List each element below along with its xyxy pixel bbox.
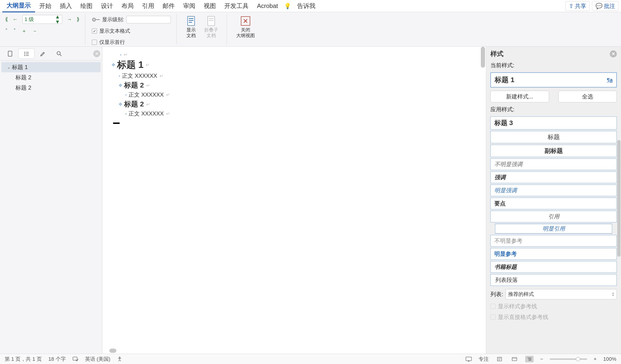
tab-mailings[interactable]: 邮件 [158,0,179,12]
tab-draw[interactable]: 绘图 [76,0,97,12]
zoom-value[interactable]: 100% [603,356,616,362]
document-canvas[interactable]: ● ↵ ✥ 标题 1 ↵ ● 正文 XXXXXX ↵ ✥ 标题 2 ↵ ● 正文… [102,47,486,354]
outline-line[interactable]: ● 正文 XXXXXX ↵ [125,91,477,99]
accessibility-icon[interactable] [117,356,122,362]
style-item[interactable]: 不明显参考 [490,235,617,247]
status-focus[interactable]: 专注 [479,356,489,363]
nav-close-button[interactable]: ✕ [93,50,100,57]
tab-outline[interactable]: 大纲显示 [2,0,35,12]
style-item[interactable]: 标题 3 [490,116,617,129]
nav-tab-thumbnails[interactable] [2,48,18,59]
share-button[interactable]: ⇪ 共享 [565,1,590,11]
nav-tab-headings[interactable] [18,48,34,59]
display-settings-icon[interactable] [466,357,472,362]
outline-line[interactable]: ✥ 标题 1 ↵ [112,58,477,72]
tab-home[interactable]: 开始 [35,0,56,12]
scrollbar-thumb[interactable] [109,348,116,353]
tell-me[interactable]: 告诉我 [293,0,320,12]
style-item[interactable]: 列表段落 [490,274,617,286]
close-outline-button[interactable]: ✕ 关闭 大纲视图 [233,15,258,39]
style-item[interactable]: 副标题 [490,145,617,157]
stepper-icon[interactable]: ▲▼ [55,14,60,25]
style-item[interactable]: 明显引用 [495,224,612,234]
styles-close-button[interactable]: ✕ [610,50,617,57]
outline-text[interactable]: 正文 XXXXXX [128,110,164,117]
nav-tab-edit[interactable] [34,48,51,59]
tab-references[interactable]: 引用 [138,0,158,12]
style-item[interactable]: 标题 [490,131,617,143]
checkbox-first-line-only[interactable] [92,40,97,45]
grip-icon[interactable]: ✥ [112,62,115,67]
chevron-down-icon[interactable]: ⌄ [7,65,11,70]
status-words[interactable]: 18 个字 [48,356,66,363]
outline-text[interactable]: 标题 2 [124,99,144,109]
style-item[interactable]: 书籍标题 [490,261,617,273]
tab-design[interactable]: 设计 [97,0,117,12]
move-up-icon[interactable]: ˄ [5,28,8,34]
zoom-knob[interactable] [576,357,580,361]
nav-tab-search[interactable] [51,48,67,59]
outline-line[interactable]: ✥ 标题 2 ↵ [119,80,477,91]
nav-item-h1[interactable]: ⌄ 标题 1 [1,62,101,72]
demote-to-body-icon[interactable]: ⟫ [77,16,79,22]
show-style-guides-row[interactable]: 显示样式参考线 [490,303,617,310]
outline-line[interactable]: ● 正文 XXXXXX ↵ [125,110,477,118]
tab-acrobat[interactable]: Acrobat [253,0,282,11]
view-outline[interactable] [525,356,534,362]
comments-button[interactable]: 💬 批注 [592,1,619,11]
show-text-format-row[interactable]: 显示文本格式 [92,27,171,35]
collapse-icon[interactable]: － [32,28,37,34]
select-all-button[interactable]: 全选 [558,91,617,102]
new-style-button[interactable]: 新建样式... [490,91,549,102]
tab-view[interactable]: 视图 [200,0,220,12]
style-item[interactable]: 明显参考 [490,248,617,260]
style-item[interactable]: 强调 [490,172,617,183]
checkbox-show-direct-guides[interactable] [490,315,496,320]
outline-text[interactable]: 正文 XXXXXX [128,91,164,98]
status-page[interactable]: 第 1 页，共 1 页 [5,356,42,363]
vertical-scrollbar[interactable] [481,47,485,354]
style-item[interactable]: 要点 [490,198,617,209]
first-line-only-row[interactable]: 仅显示首行 [92,38,171,47]
stepper-icon[interactable]: ▲▼ [612,292,614,297]
tab-review[interactable]: 审阅 [179,0,200,12]
list-filter-dropdown[interactable]: 推荐的样式 ▲▼ [506,289,617,299]
style-item[interactable]: 不明显强调 [490,158,617,170]
tab-layout[interactable]: 布局 [117,0,138,12]
view-print-layout[interactable] [495,356,504,362]
expand-icon[interactable]: ＋ [21,28,27,34]
move-down-icon[interactable]: ˅ [13,28,16,34]
demote-icon[interactable]: → [67,16,72,22]
outline-text[interactable]: 正文 XXXXXX [122,72,157,79]
zoom-in-icon[interactable]: + [594,356,597,362]
tab-insert[interactable]: 插入 [56,0,76,12]
grip-icon[interactable]: ✥ [119,83,122,88]
checkbox-show-style-guides[interactable] [490,304,496,309]
zoom-out-icon[interactable]: − [540,356,543,362]
collapse-subdoc-button[interactable]: 折叠子 文档 [201,15,221,39]
outline-line[interactable]: ✥ 标题 2 ↵ [119,99,477,110]
promote-icon[interactable]: ← [13,16,18,22]
show-direct-guides-row[interactable]: 显示直接格式参考线 [490,313,617,321]
show-level-dropdown[interactable] [126,16,171,23]
outline-text[interactable]: 标题 1 [117,58,143,71]
outline-level-select[interactable]: 1 级 ▲▼ [22,15,62,24]
checkbox-show-text-format[interactable] [92,29,97,34]
view-web-layout[interactable] [510,356,519,362]
status-language[interactable]: 英语 (美国) [85,356,110,363]
styles-scrollbar[interactable] [617,140,621,257]
style-item[interactable]: 引用 [490,211,617,222]
horizontal-scrollbar[interactable] [102,348,486,353]
outline-text[interactable]: 标题 2 [124,80,144,90]
style-item[interactable]: 明显强调 [490,185,617,196]
outline-line[interactable]: ● 正文 XXXXXX ↵ [119,72,477,80]
scrollbar-thumb[interactable] [481,47,485,68]
promote-to-h1-icon[interactable]: ⟪ [5,16,8,22]
show-document-button[interactable]: 显示 文档 [183,15,199,39]
spellcheck-icon[interactable] [72,357,79,362]
nav-item-h2[interactable]: 标题 2 [1,72,101,83]
grip-icon[interactable]: ✥ [119,102,122,107]
current-style-box[interactable]: 标题 1 ¶a [490,72,617,88]
tab-developer[interactable]: 开发工具 [220,0,253,12]
nav-item-h2[interactable]: 标题 2 [1,83,101,93]
